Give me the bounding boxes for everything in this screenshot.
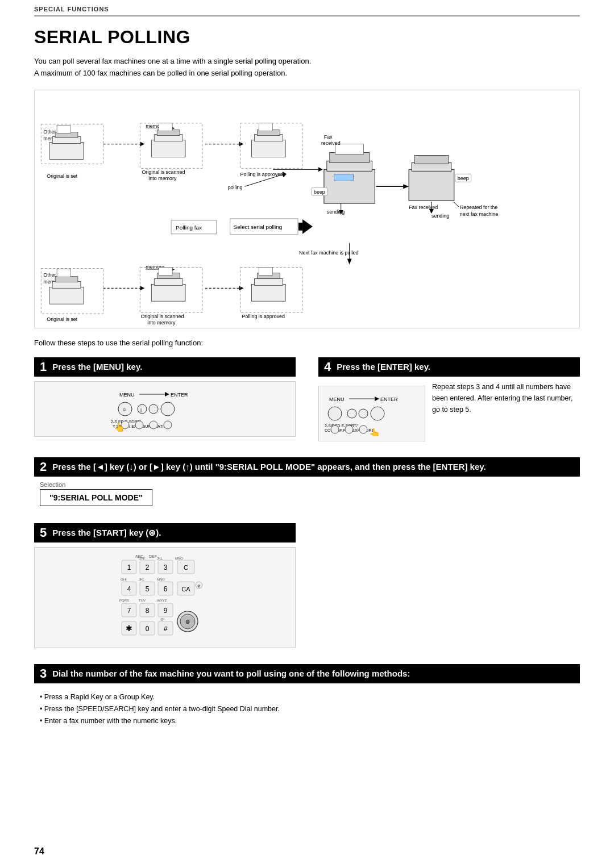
menu-key-svg: MENU ENTER ☺ | 2-S ED E-SORT/ Y SP.FUN E… xyxy=(108,386,222,432)
svg-rect-24 xyxy=(251,140,285,157)
follow-text: Follow these steps to use the serial pol… xyxy=(34,339,580,347)
svg-rect-84 xyxy=(154,278,182,285)
svg-point-112 xyxy=(135,421,143,429)
svg-text:Polling is approved: Polling is approved xyxy=(242,314,285,319)
selection-label: Selection xyxy=(40,481,580,488)
step-3-title: Dial the number of the fax machine you w… xyxy=(52,669,410,678)
svg-rect-35 xyxy=(334,174,354,181)
svg-text:Select serial polling: Select serial polling xyxy=(234,223,283,229)
svg-text:JKL: JKL xyxy=(139,578,145,581)
svg-text:Original is scanned: Original is scanned xyxy=(142,169,185,175)
svg-rect-27 xyxy=(259,123,272,131)
svg-text:into memory: into memory xyxy=(147,320,176,326)
step-5-title: Press the [START] key (⊛). xyxy=(52,528,161,538)
svg-rect-74 xyxy=(55,276,78,282)
svg-rect-75 xyxy=(57,269,70,277)
step-3-header: 3 Dial the number of the fax machine you… xyxy=(34,664,580,683)
svg-text:3: 3 xyxy=(164,564,168,571)
step-4-block: 4 Press the [ENTER] key. MENU ENTER 2-SI… xyxy=(318,357,580,446)
svg-text:received: received xyxy=(321,140,341,145)
svg-rect-4 xyxy=(49,142,84,159)
page-container: SPECIAL FUNCTIONS SERIAL POLLING You can… xyxy=(0,0,614,868)
svg-rect-7 xyxy=(57,125,70,133)
svg-point-113 xyxy=(150,421,157,429)
svg-text:Original is set: Original is set xyxy=(47,173,78,179)
bullet-1: Press a Rapid Key or a Group Key. xyxy=(40,691,580,703)
svg-text:beep: beep xyxy=(314,189,325,195)
step-1-block: 1 Press the [MENU] key. MENU ENTER ☺ | xyxy=(34,357,296,446)
svg-text:✱: ✱ xyxy=(126,624,132,633)
step-1-title: Press the [MENU] key. xyxy=(52,362,142,372)
svg-text:TUV: TUV xyxy=(139,599,146,602)
step-2-number: 2 xyxy=(40,461,47,473)
svg-text:sending: sending xyxy=(432,213,449,219)
svg-text:MNO: MNO xyxy=(157,578,165,581)
svg-text:into memory: into memory xyxy=(148,176,177,181)
svg-rect-45 xyxy=(409,169,454,201)
svg-text:9: 9 xyxy=(164,607,168,615)
svg-text:C: C xyxy=(184,564,188,571)
svg-text:Polling fax: Polling fax xyxy=(176,224,202,230)
intro-text: You can poll several fax machines one at… xyxy=(34,56,580,80)
header-label: SPECIAL FUNCTIONS xyxy=(34,6,109,12)
step-1-header: 1 Press the [MENU] key. xyxy=(34,357,296,377)
svg-text:👆: 👆 xyxy=(369,428,380,436)
svg-point-121 xyxy=(347,409,356,418)
svg-marker-100 xyxy=(165,392,169,397)
step-5-block: 5 Press the [START] key (⊛). ABC DEF 1 2… xyxy=(34,523,296,653)
svg-text:ENTER: ENTER xyxy=(171,392,188,398)
svg-point-106 xyxy=(149,404,158,414)
svg-rect-72 xyxy=(49,287,84,304)
svg-text:2-SIDED E-SORT/: 2-SIDED E-SORT/ xyxy=(325,424,358,428)
svg-text:⊘: ⊘ xyxy=(197,584,201,588)
svg-text:Next fax machine is polled: Next fax machine is polled xyxy=(299,249,358,255)
svg-text:GHI: GHI xyxy=(121,578,127,581)
step-3-number: 3 xyxy=(40,667,47,680)
step-3-content: Press a Rapid Key or a Group Key. Press … xyxy=(40,688,580,728)
svg-text:👆: 👆 xyxy=(114,422,125,432)
svg-text:8: 8 xyxy=(146,607,150,615)
step-4-extra-text: Repeat steps 3 and 4 until all numbers h… xyxy=(432,381,580,415)
step-5-keypad: ABC DEF 1 2 3 C GHI JKL MNO xyxy=(34,547,296,648)
svg-rect-83 xyxy=(151,284,185,301)
header-bar: SPECIAL FUNCTIONS xyxy=(34,0,580,16)
svg-text:4: 4 xyxy=(127,585,131,593)
svg-text:DEF: DEF xyxy=(149,554,157,558)
step-4-image: MENU ENTER 2-SIDED E-SORT/ COPY SP.FUN E… xyxy=(318,386,425,441)
intro-line-1: You can poll several fax machines one at… xyxy=(34,57,311,65)
step-5-header: 5 Press the [START] key (⊛). xyxy=(34,523,296,542)
svg-text:MENU: MENU xyxy=(119,392,135,398)
svg-text:5: 5 xyxy=(146,585,150,593)
step-3-block: 3 Dial the number of the fax machine you… xyxy=(34,664,580,728)
step-2-block: 2 Press the [◄] key (↓) or [►] key (↑) u… xyxy=(34,457,580,512)
svg-text:JKL: JKL xyxy=(157,557,163,560)
svg-text:polling: polling xyxy=(228,185,243,190)
svg-text:1: 1 xyxy=(127,564,131,571)
svg-text:GHI: GHI xyxy=(139,557,145,560)
svg-rect-15 xyxy=(151,140,185,157)
diagram-area: Other fax A memory memory Original is s xyxy=(34,90,580,328)
page-number: 74 xyxy=(34,846,44,857)
intro-line-2: A maximum of 100 fax machines can be pol… xyxy=(34,69,287,77)
svg-text:2: 2 xyxy=(146,564,150,571)
svg-text:|: | xyxy=(140,407,142,412)
svg-point-128 xyxy=(359,425,367,433)
svg-text:PQRS: PQRS xyxy=(119,599,129,602)
step-1-image: MENU ENTER ☺ | 2-S ED E-SORT/ Y SP.FUN E… xyxy=(34,381,296,437)
step-2-title: Press the [◄] key (↓) or [►] key (↑) unt… xyxy=(52,462,486,471)
svg-text:ENTER: ENTER xyxy=(380,397,398,402)
svg-rect-93 xyxy=(254,278,283,285)
svg-text:Fax: Fax xyxy=(324,133,333,139)
svg-point-104 xyxy=(138,404,147,414)
svg-point-114 xyxy=(164,421,172,429)
svg-rect-18 xyxy=(159,123,172,131)
step-3-bullets: Press a Rapid Key or a Group Key. Press … xyxy=(40,691,580,728)
svg-marker-118 xyxy=(375,397,379,401)
svg-text:MNO: MNO xyxy=(175,557,183,560)
svg-rect-73 xyxy=(52,281,81,288)
step-2-content: Selection "9:SERIAL POLL MODE" xyxy=(40,481,580,512)
svg-text:7: 7 xyxy=(127,607,131,615)
step-5-number: 5 xyxy=(40,527,47,539)
enter-key-svg: MENU ENTER 2-SIDED E-SORT/ COPY SP.FUN E… xyxy=(323,391,420,436)
svg-text:⊛: ⊛ xyxy=(185,619,190,625)
